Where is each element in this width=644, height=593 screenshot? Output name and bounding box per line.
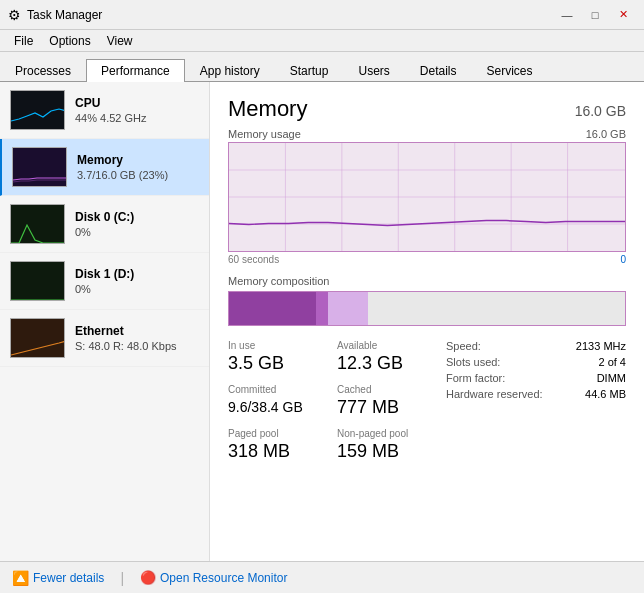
main-content: CPU 44% 4.52 GHz Memory 3.7/16.0 GB (23%… [0,82,644,561]
memory-detail: 3.7/16.0 GB (23%) [77,169,199,181]
menu-bar: File Options View [0,30,644,52]
bottom-bar: 🔼 Fewer details | 🔴 Open Resource Monito… [0,561,644,593]
title-bar: ⚙ Task Manager — □ ✕ [0,0,644,30]
stat-cached-label: Cached [337,384,426,395]
tab-details[interactable]: Details [405,59,472,82]
window-title: Task Manager [27,8,102,22]
menu-options[interactable]: Options [41,32,98,49]
disk1-detail: 0% [75,283,199,295]
disk1-label: Disk 1 (D:) [75,267,199,281]
detail-title: Memory [228,96,307,122]
stat-available-value: 12.3 GB [337,353,426,374]
composition-bar [228,291,626,326]
comp-standby [328,292,368,325]
sidebar-item-disk1[interactable]: Disk 1 (D:) 0% [0,253,209,310]
cpu-label: CPU [75,96,199,110]
cpu-detail: 44% 4.52 GHz [75,112,199,124]
tab-processes[interactable]: Processes [0,59,86,82]
memory-mini-graph [12,147,67,187]
left-stats: In use 3.5 GB Available 12.3 GB Committe… [228,340,426,462]
right-stats: Speed: 2133 MHz Slots used: 2 of 4 Form … [446,340,626,462]
detail-header: Memory 16.0 GB [228,96,626,122]
disk1-mini-graph [10,261,65,301]
comp-modified [316,292,328,325]
ethernet-label: Ethernet [75,324,199,338]
stat-hw-value: 44.6 MB [585,388,626,400]
stat-speed-value: 2133 MHz [576,340,626,352]
stat-committed: Committed 9.6/38.4 GB [228,384,317,418]
app-icon: ⚙ [8,7,21,23]
usage-graph-section: Memory usage 16.0 GB [228,128,626,265]
graph-label: Memory usage 16.0 GB [228,128,626,140]
fewer-details-label: Fewer details [33,571,104,585]
comp-free [368,292,625,325]
time-labels: 60 seconds 0 [228,254,626,265]
ethernet-detail: S: 48.0 R: 48.0 Kbps [75,340,199,352]
open-resource-monitor-button[interactable]: 🔴 Open Resource Monitor [140,570,287,585]
cpu-mini-graph [10,90,65,130]
stat-available-label: Available [337,340,426,351]
stat-nonpaged: Non-paged pool 159 MB [337,428,426,462]
menu-view[interactable]: View [99,32,141,49]
sidebar-item-cpu[interactable]: CPU 44% 4.52 GHz [0,82,209,139]
stat-available: Available 12.3 GB [337,340,426,374]
stat-slots-row: Slots used: 2 of 4 [446,356,626,368]
disk0-label: Disk 0 (C:) [75,210,199,224]
tab-app-history[interactable]: App history [185,59,275,82]
tab-services[interactable]: Services [472,59,548,82]
composition-section: Memory composition [228,275,626,326]
minimize-button[interactable]: — [554,5,580,25]
comp-label: Memory composition [228,275,626,287]
sidebar: CPU 44% 4.52 GHz Memory 3.7/16.0 GB (23%… [0,82,210,561]
disk0-info: Disk 0 (C:) 0% [75,210,199,238]
stats-container: In use 3.5 GB Available 12.3 GB Committe… [228,340,626,462]
close-button[interactable]: ✕ [610,5,636,25]
stat-inuse-value: 3.5 GB [228,353,317,374]
comp-inuse [229,292,316,325]
disk0-mini-graph [10,204,65,244]
stat-inuse: In use 3.5 GB [228,340,317,374]
tab-performance[interactable]: Performance [86,59,185,82]
maximize-button[interactable]: □ [582,5,608,25]
stat-hw-row: Hardware reserved: 44.6 MB [446,388,626,400]
stats-grid: In use 3.5 GB Available 12.3 GB Committe… [228,340,426,462]
stat-form-label: Form factor: [446,372,505,384]
stat-slots-value: 2 of 4 [598,356,626,368]
title-bar-left: ⚙ Task Manager [8,7,102,23]
stat-form-row: Form factor: DIMM [446,372,626,384]
time-end: 0 [620,254,626,265]
sidebar-item-ethernet[interactable]: Ethernet S: 48.0 R: 48.0 Kbps [0,310,209,367]
stat-inuse-label: In use [228,340,317,351]
memory-label: Memory [77,153,199,167]
time-start: 60 seconds [228,254,279,265]
resource-monitor-label: Open Resource Monitor [160,571,287,585]
window-controls: — □ ✕ [554,5,636,25]
ethernet-info: Ethernet S: 48.0 R: 48.0 Kbps [75,324,199,352]
stat-slots-label: Slots used: [446,356,500,368]
detail-panel: Memory 16.0 GB Memory usage 16.0 GB [210,82,644,561]
fewer-details-icon: 🔼 [12,570,29,586]
ethernet-mini-graph [10,318,65,358]
cpu-info: CPU 44% 4.52 GHz [75,96,199,124]
disk0-detail: 0% [75,226,199,238]
disk1-info: Disk 1 (D:) 0% [75,267,199,295]
stat-cached-value: 777 MB [337,397,426,418]
fewer-details-button[interactable]: 🔼 Fewer details [12,570,104,586]
stat-paged-value: 318 MB [228,441,317,462]
usage-graph [228,142,626,252]
stat-committed-value: 9.6/38.4 GB [228,397,317,415]
stat-paged-label: Paged pool [228,428,317,439]
separator: | [120,570,124,586]
stat-paged: Paged pool 318 MB [228,428,317,462]
tab-startup[interactable]: Startup [275,59,344,82]
sidebar-item-disk0[interactable]: Disk 0 (C:) 0% [0,196,209,253]
stat-form-value: DIMM [597,372,626,384]
stat-speed-row: Speed: 2133 MHz [446,340,626,352]
sidebar-item-memory[interactable]: Memory 3.7/16.0 GB (23%) [0,139,209,196]
menu-file[interactable]: File [6,32,41,49]
tab-bar: Processes Performance App history Startu… [0,52,644,82]
detail-total: 16.0 GB [575,103,626,119]
tab-users[interactable]: Users [343,59,404,82]
memory-info: Memory 3.7/16.0 GB (23%) [77,153,199,181]
stat-speed-label: Speed: [446,340,481,352]
